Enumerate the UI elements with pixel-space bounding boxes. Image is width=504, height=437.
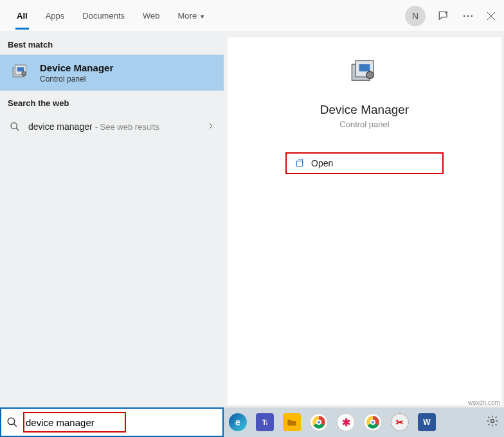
snipping-tool-icon[interactable]: ✂ [391, 413, 409, 431]
watermark: wsxdn.com [468, 399, 500, 406]
search-input[interactable] [26, 417, 122, 428]
chrome-icon[interactable] [310, 413, 328, 431]
search-icon [6, 416, 18, 428]
svg-line-18 [14, 424, 17, 427]
feedback-icon[interactable] [437, 10, 450, 22]
tab-all[interactable]: All [8, 2, 37, 30]
close-icon[interactable] [486, 11, 496, 21]
chevron-right-icon[interactable] [207, 121, 215, 132]
svg-rect-8 [17, 67, 24, 72]
edge-icon[interactable]: e [229, 413, 247, 431]
best-match-subtitle: Control panel [40, 75, 113, 84]
chrome-icon-2[interactable] [364, 413, 382, 431]
more-options-icon[interactable] [462, 10, 474, 22]
slack-icon[interactable]: ✱ [337, 413, 355, 431]
svg-point-1 [464, 15, 465, 17]
svg-point-19 [491, 420, 494, 423]
svg-point-17 [8, 418, 15, 425]
svg-rect-14 [359, 64, 370, 71]
top-tabs-bar: All Apps Documents Web More▼ N [0, 0, 504, 32]
preview-subtitle: Control panel [339, 120, 389, 129]
svg-line-11 [16, 128, 19, 130]
web-result-text: device manager- See web results [28, 121, 159, 132]
topbar-actions: N [405, 6, 496, 26]
settings-icon[interactable] [486, 415, 499, 430]
svg-point-15 [366, 71, 374, 78]
web-result-item[interactable]: device manager- See web results [0, 113, 224, 140]
preview-device-manager-icon [346, 55, 382, 91]
svg-point-2 [467, 15, 469, 17]
taskbar: e Tᵢ ✱ ✂ W [0, 407, 504, 437]
file-explorer-icon[interactable] [283, 413, 301, 431]
taskbar-search[interactable] [0, 407, 224, 437]
svg-point-9 [22, 71, 26, 76]
best-match-item[interactable]: Device Manager Control panel [0, 55, 224, 91]
svg-point-10 [11, 123, 17, 129]
search-icon [9, 121, 21, 132]
device-manager-icon [9, 61, 32, 84]
preview-title: Device Manager [320, 103, 409, 117]
section-best-match: Best match [0, 32, 224, 55]
word-icon[interactable]: W [418, 413, 436, 431]
svg-point-3 [471, 15, 473, 17]
teams-icon[interactable]: Tᵢ [256, 413, 274, 431]
section-search-web: Search the web [0, 91, 224, 113]
tab-apps[interactable]: Apps [37, 2, 74, 30]
results-area: Best match Device Manager Control panel … [0, 32, 504, 405]
taskbar-tray: e Tᵢ ✱ ✂ W [224, 407, 504, 437]
preview-pane: Device Manager Control panel Open [228, 37, 501, 405]
scope-tabs: All Apps Documents Web More▼ [8, 2, 214, 30]
results-list: Best match Device Manager Control panel … [0, 32, 224, 405]
open-icon [294, 158, 305, 168]
svg-point-0 [446, 12, 447, 13]
tab-documents[interactable]: Documents [73, 2, 134, 30]
tab-more[interactable]: More▼ [169, 2, 215, 30]
open-button[interactable]: Open [285, 152, 444, 174]
best-match-title: Device Manager [40, 62, 113, 73]
user-avatar[interactable]: N [405, 6, 426, 26]
chevron-down-icon: ▼ [199, 13, 205, 20]
svg-rect-16 [296, 161, 302, 166]
tab-web[interactable]: Web [134, 2, 169, 30]
search-input-wrapper [23, 412, 126, 433]
open-label: Open [311, 158, 333, 168]
best-match-text: Device Manager Control panel [40, 62, 113, 84]
